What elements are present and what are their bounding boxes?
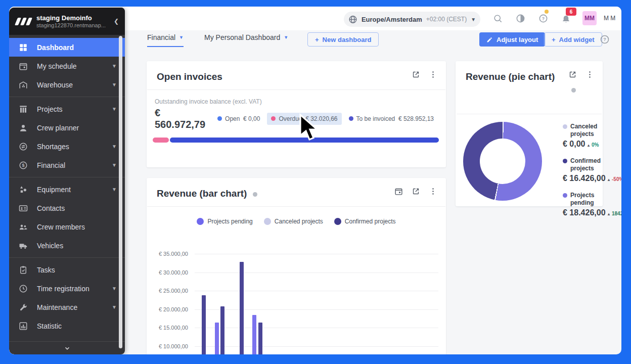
tab-financial[interactable]: Financial ▼ — [147, 33, 184, 47]
gridline — [195, 254, 438, 254]
sidebar-item-label: Shortages — [37, 143, 69, 151]
invoice-legend-item-to-be-invoiced[interactable]: To be invoiced € 528.952,13 — [345, 113, 438, 125]
user-name: M M — [604, 15, 615, 22]
new-dashboard-button[interactable]: + New dashboard — [307, 32, 379, 47]
tab-label: Financial — [147, 33, 175, 41]
bar-confirmed-projects[interactable] — [220, 306, 224, 354]
balance-segment-overdue[interactable] — [153, 138, 169, 143]
invoice-legend: Open € 0,00Overdue € 32.020,66To be invo… — [213, 113, 438, 125]
pencil-icon — [486, 36, 493, 43]
svg-text:?: ? — [603, 37, 606, 42]
legend-delta: 18426 — [612, 211, 621, 216]
invoice-legend-item-overdue[interactable]: Overdue € 32.020,66 — [267, 113, 341, 125]
sidebar-divider — [9, 257, 125, 258]
sidebar-item-projects[interactable]: Projects▼ — [9, 100, 125, 118]
sidebar-item-statistic[interactable]: Statistic — [9, 316, 125, 335]
bar-confirmed-projects[interactable] — [240, 262, 244, 354]
sidebar-item-financial[interactable]: $Financial▼ — [9, 156, 125, 174]
contact-card-icon — [18, 203, 28, 213]
sidebar-item-tasks[interactable]: Tasks — [9, 260, 125, 279]
shortage-arrows-icon — [18, 142, 28, 151]
adjust-layout-button[interactable]: Adjust layout — [479, 32, 545, 47]
sidebar-item-dashboard[interactable]: Dashboard — [9, 38, 125, 57]
button-label: Add widget — [559, 36, 595, 43]
sidebar-item-label: Financial — [37, 161, 65, 169]
sidebar-item-label: Crew members — [37, 223, 85, 231]
timezone-selector[interactable]: Europe/Amsterdam +02:00 (CEST) ▼ — [344, 12, 480, 27]
notifications-bell-icon[interactable]: 6 — [559, 11, 573, 25]
sidebar-item-crew-planner[interactable]: Crew planner — [9, 118, 125, 137]
chevron-down-icon: ▼ — [112, 106, 117, 112]
collapse-sidebar-icon[interactable]: ❮ — [114, 18, 119, 25]
sidebar-item-my-schedule[interactable]: My schedule▼ — [9, 57, 125, 75]
dashboard-help-icon[interactable]: ? — [600, 34, 610, 44]
warehouse-icon — [18, 80, 28, 89]
open-in-new-icon[interactable] — [567, 69, 577, 79]
sidebar-item-warehouse[interactable]: Warehouse▼ — [9, 75, 125, 94]
y-axis-tick-label: € 20.000,00 — [147, 306, 188, 312]
sidebar-item-shortages[interactable]: Shortages▼ — [9, 137, 125, 156]
y-axis-tick-label: € 25.000,00 — [147, 288, 188, 294]
bar-projects-pending[interactable] — [215, 323, 219, 354]
tab-my-personal-dashboard[interactable]: My Personal Dashboard ▼ — [204, 33, 288, 46]
stats-icon — [18, 321, 28, 331]
invoice-balance-bar — [153, 138, 439, 143]
sidebar-item-time-registration[interactable]: Time registration▼ — [9, 279, 125, 298]
sidebar-nav: DashboardMy schedule▼Warehouse▼Projects▼… — [9, 35, 125, 341]
revenue-pie-widget: Revenue (pie chart) Canceled projects€ 0… — [456, 61, 603, 206]
legend-label: Canceled projects — [570, 123, 611, 138]
workspace-domain: staging122870.rentmanap... — [36, 22, 106, 28]
help-icon[interactable]: ? — [536, 11, 550, 25]
donut-hole — [480, 139, 525, 184]
bar-confirmed-projects[interactable] — [258, 323, 262, 354]
sidebar-item-crew-members[interactable]: Crew members — [9, 217, 125, 236]
legend-delta: -50% — [612, 176, 621, 182]
delta-caret-icon: ▴ — [608, 177, 610, 182]
y-axis-tick-label: € 30.000,00 — [147, 269, 188, 276]
sidebar-item-maintenance[interactable]: Maintenance▼ — [9, 298, 125, 316]
balance-subtitle: Outstanding invoice balance (excl. VAT) — [155, 98, 436, 105]
legend-dot-icon — [217, 116, 222, 121]
add-widget-button[interactable]: + Add widget — [544, 32, 602, 47]
widget-title: Open invoices — [157, 70, 222, 83]
people-icon — [18, 222, 28, 232]
sidebar-item-label: Projects — [37, 105, 63, 113]
legend-label: Open € 0,00 — [225, 115, 260, 122]
sidebar-item-vehicles[interactable]: Vehicles — [9, 236, 125, 255]
open-invoices-widget: Open invoices Outstanding invoice balanc… — [147, 61, 446, 167]
dollar-icon: $ — [18, 160, 28, 170]
sidebar: staging Demoinfo staging122870.rentmanap… — [9, 8, 125, 354]
bar-confirmed-projects[interactable] — [202, 295, 206, 354]
whats-new-dot — [545, 10, 549, 14]
kebab-menu-icon[interactable] — [428, 69, 438, 79]
sidebar-item-label: Maintenance — [37, 303, 77, 311]
revenue-donut-chart[interactable] — [463, 122, 542, 201]
search-icon[interactable] — [490, 11, 505, 25]
sidebar-item-label: Tasks — [37, 266, 55, 274]
legend-label: To be invoiced € 528.952,13 — [356, 115, 434, 122]
divider — [147, 89, 445, 90]
avatar[interactable]: MM — [582, 11, 597, 25]
balance-segment-to-be-invoiced[interactable] — [170, 138, 439, 143]
pie-legend-item-canceled-projects[interactable]: Canceled projects€ 0,00 ▴0% — [563, 123, 611, 149]
clock-icon — [18, 284, 28, 293]
sidebar-item-contacts[interactable]: Contacts — [9, 199, 125, 217]
workspace-name: staging Demoinfo — [36, 14, 106, 23]
legend-dot-icon — [563, 124, 567, 129]
button-label: New dashboard — [323, 36, 372, 43]
kebab-menu-icon[interactable] — [584, 69, 595, 79]
tab-label: My Personal Dashboard — [204, 33, 280, 41]
sidebar-scrollbar-thumb[interactable] — [119, 36, 122, 348]
app-window: Europe/Amsterdam +02:00 (CEST) ▼ ? 6 MM … — [9, 7, 621, 354]
sidebar-scroll-more[interactable] — [9, 341, 125, 354]
sidebar-item-equipment[interactable]: Equipment▼ — [9, 180, 125, 199]
pie-legend-item-confirmed-projects[interactable]: Confirmed projects€ 16.426,00 ▴-50% — [563, 157, 611, 183]
bar-projects-pending[interactable] — [252, 315, 256, 354]
pie-legend-item-projects-pending[interactable]: Projects pending€ 18.426,00 ▴18426 — [563, 192, 611, 217]
plus-icon: + — [552, 36, 556, 43]
chevron-down-icon: ▼ — [112, 187, 117, 192]
button-label: Adjust layout — [497, 36, 538, 43]
open-in-new-icon[interactable] — [411, 69, 421, 79]
theme-contrast-icon[interactable] — [513, 11, 527, 25]
invoice-legend-item-open[interactable]: Open € 0,00 — [213, 113, 264, 125]
